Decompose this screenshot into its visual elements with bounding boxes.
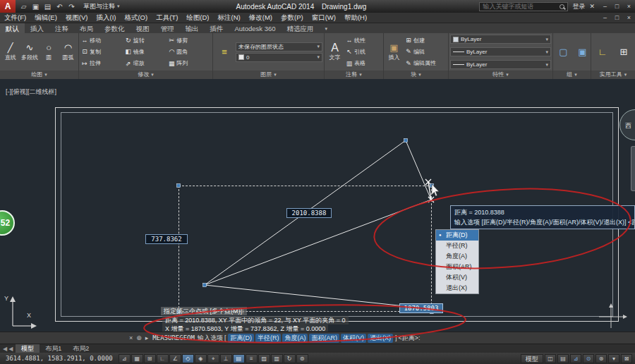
ungroup-button[interactable]: ▣ <box>574 35 591 69</box>
command-input-line[interactable]: MEASUREGEOM 输入选项 [ 距离(D) 半径(R) 角度(A) 面积(… <box>148 334 420 343</box>
panel-label-groups[interactable]: 组 ▾ <box>553 71 591 79</box>
stretch-button[interactable]: ↦拉伸 <box>80 58 124 69</box>
menu-item-file[interactable]: 文件(F) <box>0 13 30 23</box>
tab-default[interactable]: 默认 <box>0 23 25 33</box>
tab-scroll-left-icon[interactable]: ◀ <box>8 346 13 352</box>
search-icon[interactable] <box>560 4 564 9</box>
maximize-button[interactable]: □ <box>611 3 623 10</box>
exchange-apps-icon[interactable]: ✕ <box>589 3 595 10</box>
object-snap-tracking-toggle[interactable]: ⌖ <box>207 354 219 363</box>
menu-item-dimension[interactable]: 标注(N) <box>214 13 245 23</box>
move-button[interactable]: ↔移动 <box>80 35 124 46</box>
tab-insert[interactable]: 插入 <box>25 23 49 33</box>
option-angle[interactable]: 角度(A) <box>436 251 478 262</box>
object-color-dropdown[interactable]: ByLayer ▾ <box>450 35 551 44</box>
menu-item-edit[interactable]: 编辑(E) <box>30 13 61 23</box>
grid-display-toggle[interactable]: ⊞ <box>144 354 156 363</box>
fillet-button[interactable]: ◠圆角 <box>167 46 211 57</box>
mirror-button[interactable]: ◧镜像 <box>124 46 168 57</box>
cmd-option-volume[interactable]: 体积(V) <box>341 334 366 343</box>
open-button[interactable]: ▱ <box>18 3 29 11</box>
menu-item-parametric[interactable]: 参数(P) <box>277 13 308 23</box>
tab-annotate[interactable]: 注释 <box>49 23 74 33</box>
annotation-monitor-toggle[interactable]: ⊚ <box>296 354 308 363</box>
tab-model[interactable]: 模型 <box>16 344 40 353</box>
tab-output[interactable]: 输出 <box>180 23 205 33</box>
ortho-mode-toggle[interactable]: ∟ <box>157 354 169 363</box>
tab-featured-apps[interactable]: 精选应用 <box>282 23 320 33</box>
trim-button[interactable]: ✂修剪 <box>167 35 211 46</box>
layer-state-dropdown[interactable]: 未保存的图层状态 ▾ <box>236 42 322 51</box>
panel-label-annotation[interactable]: 注释 ▾ <box>325 71 383 79</box>
quick-view-drawings-icon[interactable]: ▤ <box>557 354 569 363</box>
line-tool-button[interactable]: ╱ 直线 <box>1 35 19 69</box>
panel-label-modify[interactable]: 修改 ▾ <box>79 71 212 79</box>
table-button[interactable]: ▥表格 <box>345 59 382 67</box>
cmd-option-radius[interactable]: 半径(R) <box>255 334 282 343</box>
menu-item-draw[interactable]: 绘图(D) <box>182 13 213 23</box>
panel-label-layers[interactable]: 图层 ▾ <box>213 71 324 79</box>
option-radius[interactable]: 半径(R) <box>436 241 478 251</box>
workspace-switcher[interactable]: 草图与注释 ▾ <box>80 2 123 11</box>
option-exit[interactable]: 退出(X) <box>436 283 478 293</box>
undo-button[interactable]: ↶ <box>54 3 65 11</box>
3d-object-snap-toggle[interactable]: ◈ <box>195 354 207 363</box>
menu-item-window[interactable]: 窗口(W) <box>308 13 340 23</box>
circle-tool-button[interactable]: ○ 圆 <box>40 35 58 69</box>
tab-view[interactable]: 视图 <box>131 23 155 33</box>
search-input[interactable] <box>483 3 557 10</box>
edit-block-button[interactable]: ✎编辑 <box>404 48 447 56</box>
current-layer-dropdown[interactable]: 0 ▾ <box>236 53 322 62</box>
minimize-button[interactable]: – <box>599 3 611 10</box>
tab-manage[interactable]: 管理 <box>155 23 180 33</box>
drawing-canvas[interactable]: [-][俯视][二维线框] 2010.8388 737.8362 187 <box>0 79 635 332</box>
cmd-option-distance[interactable]: 距离(D) <box>228 334 254 343</box>
arc-tool-button[interactable]: ◠ 圆弧 <box>59 35 77 69</box>
snap-mode-toggle[interactable]: ▦ <box>131 354 143 363</box>
quick-view-layouts-icon[interactable]: ◫ <box>545 354 556 363</box>
lineweight-toggle[interactable]: ≡ <box>246 354 258 363</box>
linetype-dropdown[interactable]: ByLayer ▾ <box>450 60 551 69</box>
cmd-option-area[interactable]: 面积(AR) <box>309 334 339 343</box>
tab-scroll-left-icon[interactable]: ◀ <box>3 346 7 352</box>
tab-plugins[interactable]: 插件 <box>205 23 229 33</box>
linear-dim-button[interactable]: ↔线性 <box>345 37 382 44</box>
text-tool-button[interactable]: A 文字 <box>326 35 344 69</box>
cmd-option-exit[interactable]: 退出(X) <box>368 334 393 343</box>
tab-autodesk360[interactable]: Autodesk 360 <box>229 23 282 33</box>
dynamic-ucs-toggle[interactable]: ⊥ <box>220 354 232 363</box>
panel-label-utilities[interactable]: 实用工具 ▾ <box>591 71 635 79</box>
insert-block-button[interactable]: ▣ 插入 <box>385 35 403 69</box>
polar-tracking-toggle[interactable]: ∠ <box>169 354 181 363</box>
doc-minimize-button[interactable]: – <box>599 14 611 21</box>
close-button[interactable]: × <box>623 3 635 10</box>
option-volume[interactable]: 体积(V) <box>436 272 478 283</box>
lineweight-dropdown[interactable]: ByLayer ▾ <box>450 47 551 56</box>
annotation-scale-icon[interactable]: ⊿ <box>570 354 581 363</box>
option-distance[interactable]: 距离(D) <box>436 230 478 241</box>
annotation-visibility-icon[interactable]: ⊙ <box>583 354 594 363</box>
option-area[interactable]: 面积(AR) <box>436 262 478 272</box>
ribbon-collapse-icon[interactable]: ▾ <box>320 23 334 33</box>
menu-item-format[interactable]: 格式(O) <box>120 13 152 23</box>
copy-button[interactable]: ⊡复制 <box>80 46 124 57</box>
tab-parametric[interactable]: 参数化 <box>99 23 131 33</box>
menu-item-insert[interactable]: 插入(I) <box>92 13 120 23</box>
transparency-toggle[interactable]: ▨ <box>258 354 270 363</box>
layer-properties-button[interactable]: ≡ <box>214 35 234 69</box>
object-snap-toggle[interactable]: ◇ <box>182 354 194 363</box>
dynamic-input-toggle[interactable]: ▤ <box>233 354 245 363</box>
redo-button[interactable]: ↷ <box>66 3 77 11</box>
workspace-gear-icon[interactable]: ⊛ <box>595 354 607 363</box>
quick-calc-button[interactable]: ⊞ <box>615 35 633 69</box>
edit-attributes-button[interactable]: ✎编辑属性 <box>404 59 447 67</box>
panel-label-properties[interactable]: 特性 ▾ <box>449 71 552 79</box>
measure-button[interactable]: ∟ <box>594 35 612 69</box>
array-button[interactable]: ▦阵列 <box>167 58 211 69</box>
plot-button[interactable]: ▤ <box>42 3 53 11</box>
model-space-button[interactable]: 模型 <box>521 354 543 363</box>
selection-cycling-toggle[interactable]: ↻ <box>284 354 296 363</box>
infer-constraints-toggle[interactable]: ⊿ <box>119 354 131 363</box>
menu-item-tools[interactable]: 工具(T) <box>152 13 182 23</box>
create-block-button[interactable]: ⊞创建 <box>404 37 447 44</box>
